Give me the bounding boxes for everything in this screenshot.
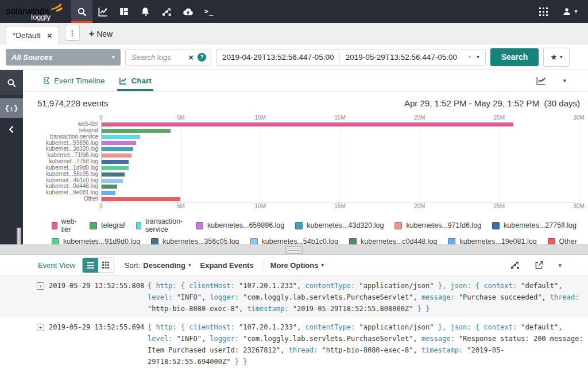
chart-bar-row bbox=[102, 159, 579, 165]
json-segment: message: bbox=[421, 293, 459, 301]
top-nav: solarwinds loggly bbox=[0, 0, 588, 23]
nav-archives-button[interactable] bbox=[177, 0, 199, 23]
x-axis-tick: 10M bbox=[255, 203, 266, 210]
y-axis-label: transaction-service bbox=[37, 134, 98, 140]
nav-livetail-button[interactable]: >_ bbox=[199, 0, 220, 23]
legend-item[interactable]: kubernetes...2775ff.log bbox=[492, 217, 577, 233]
json-segment: "default", bbox=[521, 282, 562, 290]
source-group-value: All Sources bbox=[11, 53, 112, 62]
panel-resize-grip[interactable] bbox=[17, 228, 21, 244]
legend-item[interactable]: telegraf bbox=[90, 217, 125, 233]
nav-dashboards-button[interactable] bbox=[114, 0, 135, 23]
nav-alerts-button[interactable] bbox=[135, 0, 156, 23]
tab-chart[interactable]: Chart bbox=[119, 70, 152, 91]
event-json: { http: { clientHost: "107.20.1.233", co… bbox=[148, 280, 587, 315]
json-segment: "Purchase succeeded", bbox=[459, 293, 550, 301]
apps-grid-button[interactable] bbox=[532, 0, 555, 23]
chart-bar bbox=[102, 197, 180, 201]
event-view-title[interactable]: Event View bbox=[38, 261, 75, 270]
search-icon bbox=[6, 78, 17, 88]
grid-view-button[interactable] bbox=[98, 258, 114, 273]
saved-searches-button[interactable]: ★ ▾ bbox=[543, 48, 570, 67]
event-timestamp: 2019-05-29 13:52:55.808 bbox=[49, 280, 148, 292]
json-segment: "http-bio-8080-exec-8", bbox=[322, 346, 421, 354]
nav-search-button[interactable] bbox=[71, 0, 92, 23]
tab-default[interactable]: *Default × bbox=[6, 26, 59, 44]
help-icon[interactable]: ? bbox=[198, 53, 206, 62]
grid-view-icon bbox=[102, 262, 109, 269]
date-range-picker[interactable]: 2019-04-29T13:52:56.447-05:00 2019-05-29… bbox=[216, 49, 486, 66]
expand-event-button[interactable]: + bbox=[37, 324, 44, 331]
export-icon[interactable] bbox=[534, 260, 544, 270]
json-segment: } } bbox=[413, 305, 430, 313]
event-row: +2019-05-29 13:52:55.808{ http: { client… bbox=[0, 276, 588, 317]
view-mode-toggle bbox=[82, 258, 114, 273]
list-view-button[interactable] bbox=[83, 258, 98, 273]
chart-bar-row bbox=[102, 171, 579, 178]
chart-bar-row bbox=[102, 134, 579, 140]
json-segment: logger: bbox=[210, 293, 243, 301]
sort-dropdown[interactable]: Sort: Descending ▾ bbox=[125, 261, 191, 270]
rail-collapse-button[interactable] bbox=[0, 120, 23, 139]
chevron-down-icon[interactable]: ▾ bbox=[558, 262, 562, 269]
splitter-grip-icon[interactable] bbox=[285, 246, 303, 254]
panel-splitter[interactable] bbox=[0, 244, 588, 255]
chart-stats-row: 51,974,228 events Apr 29, 1:52 PM - May … bbox=[23, 91, 588, 113]
new-tab-button[interactable]: + New bbox=[89, 29, 113, 39]
rail-field-explorer-button[interactable]: {:} bbox=[0, 98, 23, 118]
solarwinds-swoosh-icon bbox=[51, 3, 63, 13]
logo-secondary: loggly bbox=[31, 13, 51, 21]
date-from-field[interactable]: 2019-04-29T13:52:56.447-05:00 bbox=[222, 53, 334, 62]
json-segment: timestamp: bbox=[247, 305, 292, 313]
chart-panel: Event Timeline Chart ▾ 51,974,228 events… bbox=[23, 70, 588, 244]
json-segment: message: bbox=[421, 335, 459, 343]
chevron-down-icon[interactable]: ▾ bbox=[563, 78, 566, 84]
nav-charts-button[interactable] bbox=[92, 0, 114, 23]
chevron-down-icon: ▾ bbox=[188, 263, 191, 268]
plus-icon: + bbox=[89, 29, 94, 39]
edit-chart-icon[interactable] bbox=[535, 75, 547, 86]
expand-events-button[interactable]: Expand Events bbox=[200, 261, 253, 270]
chart-bar bbox=[102, 129, 171, 133]
source-group-dropdown[interactable]: All Sources ▾ bbox=[6, 49, 121, 66]
json-segment: logger: bbox=[210, 335, 243, 343]
expand-event-button[interactable]: + bbox=[37, 282, 44, 290]
legend-item[interactable]: transaction-service bbox=[136, 217, 185, 233]
apps-grid-icon bbox=[539, 7, 548, 16]
legend-item[interactable]: web-tier bbox=[52, 217, 79, 233]
search-button[interactable]: Search bbox=[490, 48, 539, 66]
json-segment: thread: bbox=[289, 346, 322, 354]
cloud-icon bbox=[182, 6, 194, 18]
legend-label: telegraf bbox=[101, 221, 125, 229]
search-input[interactable]: Search logs × ? bbox=[125, 49, 211, 66]
date-to-field[interactable]: 2019-05-29T13:52:56.447-05:00 bbox=[346, 53, 457, 62]
x-axis-tick: 20M bbox=[414, 203, 425, 210]
list-view-icon bbox=[87, 262, 94, 269]
tab-event-timeline[interactable]: Event Timeline bbox=[42, 70, 105, 91]
loggly-app: solarwinds loggly bbox=[0, 0, 588, 368]
trace-icon[interactable] bbox=[510, 260, 520, 270]
clear-search-icon[interactable]: × bbox=[188, 53, 194, 62]
legend-item[interactable]: kubernetes...659896.log bbox=[196, 217, 284, 233]
chart-bar bbox=[102, 122, 513, 126]
close-tab-icon[interactable]: × bbox=[47, 31, 52, 40]
chart-bar bbox=[102, 179, 123, 183]
json-segment: thread: bbox=[550, 293, 579, 301]
rail-search-button[interactable] bbox=[0, 70, 23, 95]
legend-item[interactable]: kubernetes...971fd6.log bbox=[394, 217, 481, 233]
json-segment: "http-bio-8080-exec-8", bbox=[148, 305, 247, 313]
event-timestamp: 2019-05-29 13:52:55.694 bbox=[49, 321, 148, 333]
user-menu-button[interactable]: ▾ bbox=[555, 0, 585, 23]
chart-bar-row bbox=[102, 190, 579, 196]
chevron-down-icon[interactable]: ▾ bbox=[477, 54, 479, 60]
nav-source-setup-button[interactable] bbox=[156, 0, 177, 23]
event-view-toolbar: Event View Sort: Descending ▾ Expand Eve… bbox=[0, 255, 588, 276]
legend-item[interactable]: kubernetes...43d320.log bbox=[295, 217, 384, 233]
tab-options-button[interactable]: ⋮ bbox=[65, 25, 80, 41]
calendar-icon[interactable] bbox=[469, 52, 471, 62]
legend-swatch-icon bbox=[492, 222, 500, 229]
bar-plot bbox=[101, 121, 579, 203]
chart-bar bbox=[102, 154, 131, 158]
star-icon: ★ bbox=[550, 53, 558, 61]
more-options-dropdown[interactable]: More Options ▾ bbox=[270, 261, 324, 270]
